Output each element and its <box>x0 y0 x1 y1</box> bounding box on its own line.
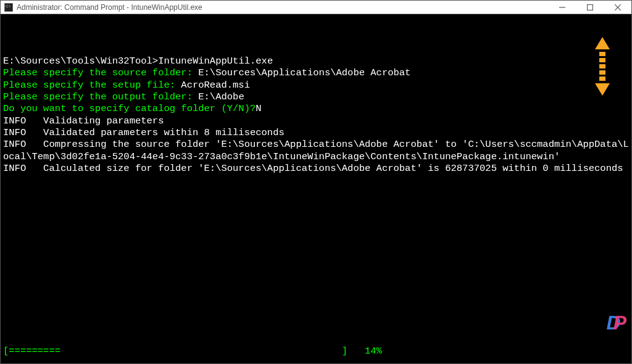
annotation-arrow <box>593 38 612 94</box>
source-folder-value: E:\Sources\Applications\Adobe Acrobat <box>198 67 410 78</box>
watermark-p: P <box>613 312 626 334</box>
info-validating: INFO Validating parameters <box>3 115 629 127</box>
command-prompt-line: E:\Sources\Tools\Win32Tool>IntuneWinAppU… <box>3 56 629 67</box>
minimize-button[interactable] <box>548 1 576 14</box>
input-source-folder-line: Please specify the source folder: E:\Sou… <box>3 67 629 79</box>
arrow-shaft <box>599 49 605 83</box>
setup-file-label: Please specify the setup file: <box>3 80 181 91</box>
catalog-yn-value: N <box>256 103 261 114</box>
window-title: Administrator: Command Prompt - IntuneWi… <box>17 3 202 12</box>
setup-file-value: AcroRead.msi <box>181 80 250 91</box>
info-validated: INFO Validated parameters within 8 milli… <box>3 127 629 139</box>
source-folder-label: Please specify the source folder: <box>3 67 198 78</box>
maximize-button[interactable] <box>576 1 604 14</box>
info-compressing: INFO Compressing the source folder 'E:\S… <box>3 139 629 163</box>
close-button[interactable] <box>604 1 631 14</box>
cmd-window: Administrator: Command Prompt - IntuneWi… <box>0 0 632 364</box>
window-controls <box>548 1 631 14</box>
watermark-logo: DP <box>573 286 626 360</box>
terminal-area[interactable]: E:\Sources\Tools\Win32Tool>IntuneWinAppU… <box>1 14 631 363</box>
svg-rect-1 <box>587 4 592 10</box>
output-folder-label: Please specify the output folder: <box>3 91 198 102</box>
prompt-command: IntuneWinAppUtil.exe <box>158 56 273 67</box>
title-left: Administrator: Command Prompt - IntuneWi… <box>1 3 202 12</box>
title-bar[interactable]: Administrator: Command Prompt - IntuneWi… <box>1 1 631 14</box>
arrow-down-icon <box>595 83 610 96</box>
output-folder-value: E:\Adobe <box>198 91 244 102</box>
input-catalog-yn-line: Do you want to specify catalog folder (Y… <box>3 103 629 115</box>
input-output-folder-line: Please specify the output folder: E:\Ado… <box>3 91 629 103</box>
catalog-yn-label: Do you want to specify catalog folder (Y… <box>3 103 256 114</box>
info-calculated-size: INFO Calculated size for folder 'E:\Sour… <box>3 163 629 175</box>
prompt-path: E:\Sources\Tools\Win32Tool> <box>3 56 158 67</box>
cmd-icon <box>4 3 13 12</box>
input-setup-file-line: Please specify the setup file: AcroRead.… <box>3 80 629 91</box>
progress-bar: [========= ] 14% <box>3 345 382 357</box>
arrow-up-icon <box>595 37 610 49</box>
